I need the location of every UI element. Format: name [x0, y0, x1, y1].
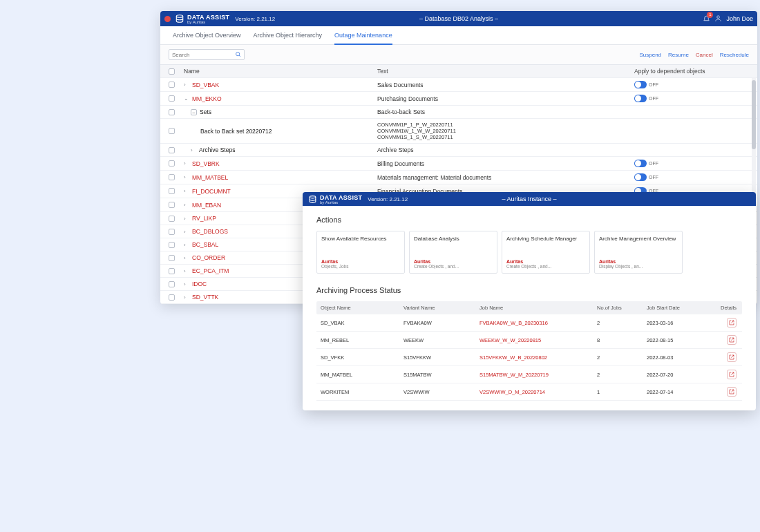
chevron-right-icon[interactable]: ›: [184, 255, 189, 261]
row-checkbox[interactable]: [169, 242, 175, 248]
text-cell: Materials management: Material documents: [377, 174, 634, 181]
col-apply: Apply to dependent objects: [634, 68, 745, 75]
aps-job-link[interactable]: S15MATBW_W_M_20220719: [479, 372, 597, 378]
object-link[interactable]: BC_SBAL: [192, 241, 218, 248]
chevron-right-icon[interactable]: ›: [184, 229, 189, 235]
action-suspend[interactable]: Suspend: [639, 52, 661, 58]
action-reschedule[interactable]: Reschedule: [720, 52, 749, 58]
row-checkbox[interactable]: [169, 268, 175, 274]
table-row: ›SD_VBRKBilling DocumentsOFF: [160, 157, 757, 171]
search-icon[interactable]: [235, 51, 241, 59]
search-box[interactable]: [169, 49, 245, 60]
tabs: Archive Object Overview Archive Object H…: [160, 26, 757, 45]
toggle[interactable]: OFF: [634, 160, 745, 167]
details-button[interactable]: [727, 318, 737, 327]
object-link[interactable]: EC_PCA_ITM: [192, 267, 229, 274]
chevron-right-icon[interactable]: ›: [191, 147, 196, 153]
table-row: –SetsBack-to-back Sets: [160, 106, 757, 119]
details-button[interactable]: [727, 370, 737, 379]
toggle[interactable]: OFF: [634, 95, 745, 102]
object-link[interactable]: IDOC: [192, 281, 207, 287]
user-name[interactable]: John Doe: [726, 15, 753, 22]
object-link[interactable]: SD_VBAK: [192, 82, 219, 88]
row-checkbox[interactable]: [169, 160, 175, 167]
chevron-right-icon[interactable]: ›: [184, 202, 189, 208]
aps-header: Object Name Variant Name Job Name No.of …: [316, 301, 742, 314]
aps-date: 2022-08-03: [647, 354, 716, 361]
search-input[interactable]: [172, 52, 235, 58]
action-card[interactable]: Database AnalysisAuritasCreate Objects ,…: [409, 231, 497, 274]
object-link[interactable]: BC_DBLOGS: [192, 228, 228, 235]
chevron-down-icon[interactable]: ⌄: [184, 95, 189, 102]
row-checkbox[interactable]: [169, 109, 175, 115]
object-link[interactable]: RV_LIKP: [192, 215, 216, 222]
chevron-right-icon[interactable]: ›: [184, 160, 189, 167]
text-cell: CONVMM1P_1_P_W_20220711CONVMM1W_1_W_W_20…: [377, 122, 634, 140]
object-link[interactable]: SD_VTTK: [192, 294, 218, 301]
row-checkbox[interactable]: [169, 95, 175, 102]
version-label: Version: 2.21.12: [368, 196, 408, 202]
scrollbar-thumb[interactable]: [752, 80, 756, 149]
row-checkbox[interactable]: [169, 82, 175, 88]
object-link[interactable]: FI_DOCUMNT: [192, 188, 231, 195]
aps-job-link[interactable]: S15VFKKW_W_B_20220802: [479, 354, 597, 361]
action-card[interactable]: Show Available ResourcesAuritasObjects, …: [316, 231, 405, 274]
chevron-right-icon[interactable]: ›: [184, 188, 189, 194]
collapse-icon[interactable]: –: [191, 109, 197, 115]
version-label: Version: 2.21.12: [235, 16, 275, 22]
object-link[interactable]: MM_EBAN: [192, 202, 221, 209]
row-checkbox[interactable]: [169, 128, 175, 134]
action-cancel[interactable]: Cancel: [696, 52, 713, 58]
svg-point-0: [176, 15, 182, 18]
object-link[interactable]: MM_MATBEL: [192, 174, 228, 181]
text-cell: Purchasing Documents: [377, 95, 634, 102]
toggle[interactable]: OFF: [634, 173, 745, 181]
aps-date: 2022-07-14: [647, 389, 716, 395]
action-cards: Show Available ResourcesAuritasObjects, …: [316, 231, 742, 274]
select-all-checkbox[interactable]: [169, 68, 175, 75]
row-checkbox[interactable]: [169, 202, 175, 208]
section-actions-title: Actions: [316, 216, 742, 224]
object-link[interactable]: CO_ORDER: [192, 254, 225, 261]
chevron-right-icon[interactable]: ›: [184, 294, 189, 301]
close-icon[interactable]: [164, 16, 171, 22]
row-checkbox[interactable]: [169, 255, 175, 261]
notification-icon[interactable]: 1: [703, 15, 710, 23]
aps-job-link[interactable]: WEEKW_W_W_20220815: [479, 337, 597, 343]
chevron-right-icon[interactable]: ›: [184, 82, 189, 88]
aps-job-link[interactable]: FVBAKA0W_W_B_20230316: [479, 320, 597, 326]
object-link[interactable]: MM_EKKO: [192, 95, 222, 102]
row-checkbox[interactable]: [169, 294, 175, 301]
tab-archive-object-hierarchy[interactable]: Archive Object Hierarchy: [254, 32, 323, 44]
aps-job-link[interactable]: V2SWWIW_D_M_20220714: [479, 389, 597, 395]
aps-object: MM_REBEL: [321, 337, 403, 343]
chevron-right-icon[interactable]: ›: [184, 216, 189, 222]
tab-outage-maintenance[interactable]: Outage Maintenance: [334, 32, 392, 45]
chevron-right-icon[interactable]: ›: [184, 268, 189, 274]
col-text: Text: [377, 68, 634, 75]
row-checkbox[interactable]: [169, 229, 175, 235]
chevron-right-icon[interactable]: ›: [184, 281, 189, 287]
action-card[interactable]: Archiving Schedule ManagerAuritasCreate …: [502, 231, 590, 274]
details-button[interactable]: [727, 352, 737, 362]
details-button[interactable]: [727, 387, 737, 397]
row-checkbox[interactable]: [169, 147, 175, 153]
row-checkbox[interactable]: [169, 174, 175, 180]
aps-date: 2022-07-20: [647, 372, 716, 378]
action-card[interactable]: Archive Management OverviewAuritasDispla…: [594, 231, 683, 274]
row-checkbox[interactable]: [169, 188, 175, 194]
object-link[interactable]: SD_VBRK: [192, 160, 220, 167]
chevron-right-icon[interactable]: ›: [184, 174, 189, 180]
aps-object: SD_VBAK: [321, 320, 403, 326]
chevron-right-icon[interactable]: ›: [184, 242, 189, 248]
aps-body: SD_VBAKFVBAKA0WFVBAKA0W_W_B_202303162202…: [316, 314, 742, 401]
apply-cell: OFF: [634, 81, 745, 88]
details-button[interactable]: [727, 335, 737, 345]
toggle[interactable]: OFF: [634, 81, 745, 88]
tab-archive-object-overview[interactable]: Archive Object Overview: [173, 32, 241, 44]
row-checkbox[interactable]: [169, 216, 175, 222]
name-cell: ›Archive Steps: [184, 146, 377, 153]
user-icon[interactable]: [714, 15, 722, 23]
row-checkbox[interactable]: [169, 281, 175, 287]
action-resume[interactable]: Resume: [668, 52, 689, 58]
